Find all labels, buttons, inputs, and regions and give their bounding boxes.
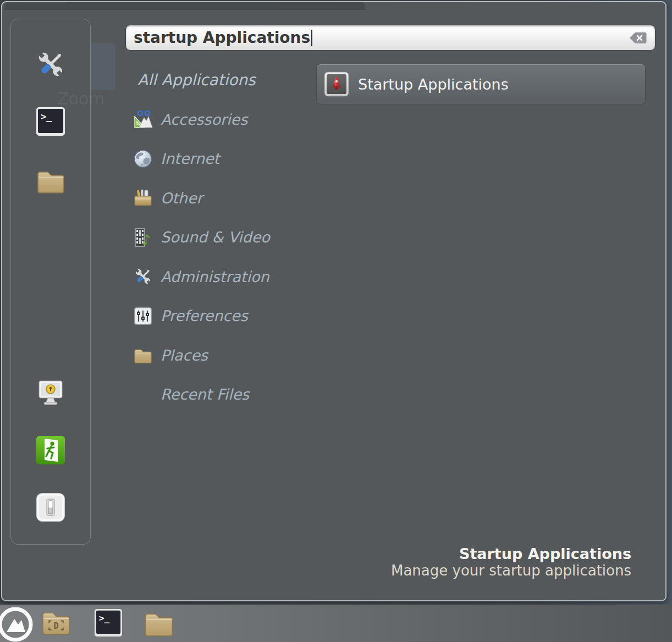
folder-icon	[36, 168, 66, 194]
result-label: Startup Applications	[358, 76, 509, 93]
menu-button[interactable]	[0, 607, 33, 642]
search-input[interactable]: startup Applications	[125, 25, 656, 51]
svg-text:>_: >_	[41, 111, 52, 122]
category-internet[interactable]: Internet	[129, 139, 313, 179]
text-caret	[311, 30, 312, 46]
places-folder-icon	[133, 345, 153, 365]
lock-screen-icon	[35, 378, 66, 408]
favorites-sidebar: >_	[10, 19, 91, 545]
search-value: startup Applications	[134, 29, 310, 47]
mint-menu-panel: Zoom	[1, 1, 667, 601]
toolbox-icon	[133, 188, 153, 208]
category-label: Preferences	[161, 307, 248, 324]
shutdown-button[interactable]	[34, 491, 67, 524]
svg-text:>_: >_	[99, 613, 110, 623]
category-accessories[interactable]: Accessories	[129, 100, 313, 140]
category-list: All Applications Accessories	[129, 60, 313, 414]
terminal-icon: >_	[94, 608, 123, 637]
taskbar-file-manager-button[interactable]	[143, 610, 175, 637]
taskbar-terminal-button[interactable]: >_	[94, 608, 123, 637]
ghost-desktop-icon	[90, 43, 115, 90]
category-all-applications[interactable]: All Applications	[129, 60, 313, 100]
selection-description: Manage your startup applications	[391, 562, 631, 579]
category-label: Administration	[161, 268, 269, 285]
result-startup-applications[interactable]: Startup Applications	[317, 64, 645, 104]
category-label: Internet	[161, 150, 219, 167]
folder-desktop-icon: D	[41, 608, 71, 635]
clear-search-button[interactable]	[629, 31, 647, 45]
system-tools-button[interactable]	[34, 48, 67, 81]
background-window-shade	[4, 2, 365, 10]
taskbar: D >_	[0, 605, 672, 642]
category-places[interactable]: Places	[129, 336, 313, 375]
terminal-button[interactable]: >_	[34, 105, 67, 138]
sliders-icon	[133, 306, 153, 326]
folder-icon	[143, 610, 175, 637]
desktop: Zoom	[0, 0, 672, 642]
lock-screen-button[interactable]	[34, 377, 67, 409]
category-label: Recent Files	[161, 386, 249, 403]
shutdown-icon	[36, 492, 65, 522]
terminal-icon: >_	[36, 107, 65, 136]
administration-tools-icon	[133, 267, 153, 286]
internet-globe-icon	[133, 149, 153, 169]
logout-button[interactable]	[34, 434, 67, 467]
selection-info: Startup Applications Manage your startup…	[391, 545, 631, 579]
category-recent-files[interactable]: Recent Files	[129, 375, 313, 414]
category-label: Accessories	[161, 111, 247, 128]
tools-icon	[35, 48, 67, 80]
filmstrip-note-icon: ♪	[133, 228, 153, 247]
category-label: Places	[161, 347, 208, 364]
svg-text:♪: ♪	[142, 232, 151, 247]
file-manager-button[interactable]	[34, 164, 67, 197]
category-sound-video[interactable]: ♪ Sound & Video	[129, 218, 313, 257]
selection-title: Startup Applications	[391, 545, 631, 562]
logout-icon	[36, 435, 65, 465]
svg-text:D: D	[53, 621, 58, 631]
category-label: All Applications	[137, 71, 256, 89]
backspace-clear-icon	[629, 31, 647, 45]
category-other[interactable]: Other	[129, 179, 313, 218]
category-label: Sound & Video	[161, 229, 270, 246]
category-administration[interactable]: Administration	[129, 257, 313, 297]
accessories-icon	[133, 109, 153, 129]
category-preferences[interactable]: Preferences	[129, 296, 313, 336]
taskbar-desktop-folder-button[interactable]: D	[41, 608, 71, 635]
category-label: Other	[161, 190, 203, 207]
startup-applications-icon	[324, 71, 349, 97]
mint-menu-icon	[0, 607, 33, 642]
